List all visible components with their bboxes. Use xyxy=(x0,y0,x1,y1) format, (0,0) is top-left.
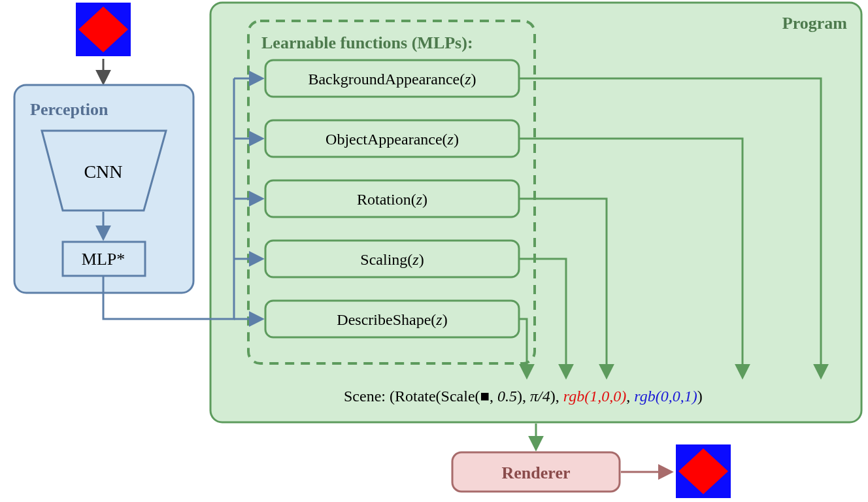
fn-label-describeshape: DescribeShape(z) xyxy=(337,311,447,328)
program-block: Program Learnable functions (MLPs): Back… xyxy=(210,3,861,422)
cnn-label: CNN xyxy=(84,161,122,182)
renderer-block: Renderer xyxy=(452,452,620,492)
learnable-title: Learnable functions (MLPs): xyxy=(261,33,473,52)
fn-label-backgroundappearance: BackgroundAppearance(z) xyxy=(308,71,476,88)
perception-block: Perception CNN MLP* xyxy=(14,85,193,293)
architecture-diagram: Perception CNN MLP* Program Learnable fu… xyxy=(0,0,868,502)
fn-label-objectappearance: ObjectAppearance(z) xyxy=(326,131,459,148)
output-image xyxy=(676,444,731,498)
perception-title: Perception xyxy=(30,100,108,119)
fn-label-scaling: Scaling(z) xyxy=(360,251,424,268)
program-title: Program xyxy=(782,14,847,33)
renderer-title: Renderer xyxy=(502,463,571,482)
scene-expression: Scene: (Rotate(Scale(■, 0.5), π/4), rgb(… xyxy=(344,388,703,405)
input-image xyxy=(76,3,131,56)
fn-label-rotation: Rotation(z) xyxy=(357,191,427,208)
mlp-label: MLP* xyxy=(82,250,125,269)
